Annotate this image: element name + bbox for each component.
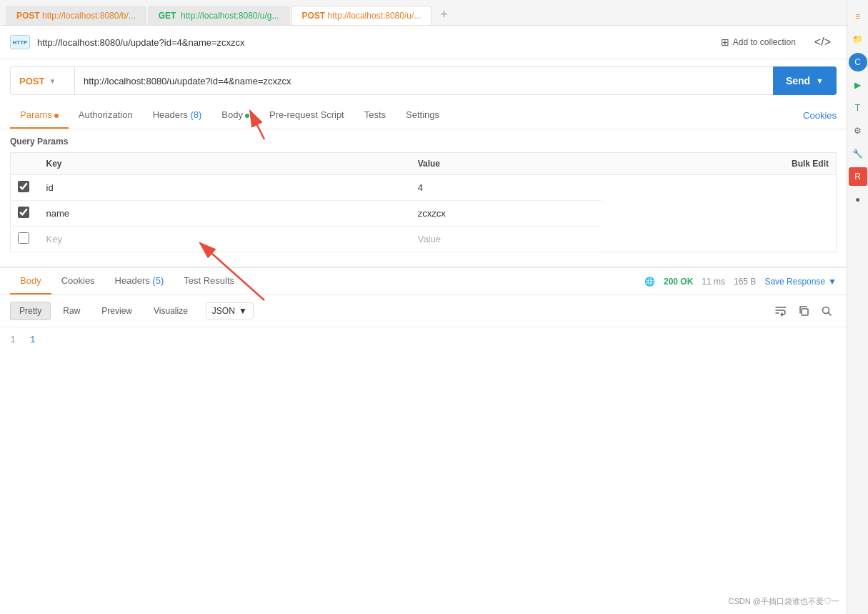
- method-label: POST: [19, 76, 44, 86]
- key-cell-placeholder[interactable]: Key: [39, 227, 411, 252]
- tab-body[interactable]: Body: [211, 102, 259, 129]
- request-tabs: Params Authorization Headers (8) Body Pr…: [0, 102, 847, 129]
- tab-authorization[interactable]: Authorization: [69, 102, 143, 129]
- format-chevron-icon: ▼: [239, 306, 247, 316]
- format-tab-pretty[interactable]: Pretty: [10, 302, 51, 320]
- save-response-button[interactable]: Save Response ▼: [764, 277, 837, 287]
- sidebar-icon-3[interactable]: C: [849, 53, 867, 71]
- response-status: 🌐 200 OK 11 ms 165 B Save Response ▼: [644, 277, 837, 287]
- right-sidebar: ≡ 📁 C ▶ T ⚙ 🔧 R ●: [847, 0, 868, 614]
- copy-icon[interactable]: [794, 301, 814, 321]
- url-bar: POST ▼ Send ▼: [0, 59, 847, 102]
- checkbox-cell-3[interactable]: [11, 227, 39, 252]
- search-icon[interactable]: [817, 301, 837, 321]
- sidebar-icon-4[interactable]: ▶: [849, 76, 867, 94]
- response-line-1: 1 1: [10, 335, 837, 345]
- params-dot: [54, 114, 59, 118]
- value-cell-1[interactable]: 4: [411, 175, 602, 201]
- resp-tab-test-results[interactable]: Test Results: [174, 268, 244, 294]
- method-chevron-icon: ▼: [49, 77, 56, 85]
- checkbox-cell-1[interactable]: [11, 175, 39, 201]
- watermark: CSDN @手插口袋谁也不爱♡一: [729, 596, 839, 607]
- tab-pre-request-script[interactable]: Pre-request Script: [259, 102, 354, 129]
- tab-post-2[interactable]: POST http://localhost:8080/u/...: [291, 6, 432, 25]
- param-checkbox-1[interactable]: [18, 181, 29, 192]
- code-icon: </>: [814, 36, 831, 48]
- sidebar-icon-2[interactable]: 📁: [849, 30, 867, 49]
- sidebar-icon-7[interactable]: 🔧: [849, 144, 867, 163]
- save-response-chevron-icon: ▼: [828, 277, 837, 287]
- param-checkbox-3[interactable]: [18, 232, 29, 244]
- col-bulk-edit[interactable]: Bulk Edit: [602, 153, 837, 175]
- col-checkbox: [11, 153, 39, 175]
- sidebar-icon-5[interactable]: T: [849, 99, 867, 117]
- wrap-icon[interactable]: [771, 301, 791, 321]
- send-button[interactable]: Send ▼: [773, 66, 837, 95]
- sidebar-icon-9[interactable]: ●: [849, 190, 867, 209]
- format-select-value: JSON: [212, 306, 235, 316]
- value-cell-placeholder[interactable]: Value: [411, 227, 602, 252]
- tab-post-1[interactable]: POST http://localhost:8080/b/...: [6, 6, 146, 25]
- globe-icon: 🌐: [644, 277, 655, 287]
- cookies-link[interactable]: Cookies: [803, 110, 837, 121]
- add-to-collection-button[interactable]: ⊞ Add to collection: [715, 34, 802, 51]
- response-body: 1 1: [0, 327, 847, 385]
- tab-tests[interactable]: Tests: [354, 102, 396, 129]
- body-dot: [245, 114, 249, 118]
- tab-settings[interactable]: Settings: [396, 102, 449, 129]
- tab-params[interactable]: Params: [10, 102, 69, 129]
- line-number-1: 1: [10, 335, 16, 345]
- add-to-collection-label: Add to collection: [733, 37, 796, 47]
- method-select[interactable]: POST ▼: [10, 66, 74, 95]
- response-icons: [771, 301, 837, 321]
- table-row: Key Value: [11, 227, 837, 252]
- new-tab-btn[interactable]: +: [433, 4, 455, 25]
- table-row: id 4: [11, 175, 837, 201]
- request-title-bar: HTTP http://localhost:8080/u/update?id=4…: [0, 26, 847, 59]
- table-row: name zcxzcx: [11, 201, 837, 227]
- format-tab-visualize[interactable]: Visualize: [144, 302, 197, 320]
- response-size: 165 B: [734, 277, 756, 287]
- response-time: 11 ms: [702, 277, 725, 287]
- response-format-bar: Pretty Raw Preview Visualize JSON ▼: [0, 295, 847, 327]
- http-icon: HTTP: [10, 35, 30, 49]
- query-params-title: Query Params: [10, 137, 837, 147]
- main-content: POST http://localhost:8080/b/... GET htt…: [0, 0, 847, 385]
- send-label: Send: [786, 75, 810, 86]
- query-params-section: Query Params Key Value Bulk Edit: [0, 129, 847, 259]
- value-cell-2[interactable]: zcxzcx: [411, 201, 602, 227]
- status-code: 200 OK: [664, 277, 693, 287]
- resp-tab-headers[interactable]: Headers (5): [105, 268, 174, 294]
- request-title-url: http://localhost:8080/u/update?id=4&name…: [37, 37, 708, 48]
- sidebar-icon-6[interactable]: ⚙: [849, 122, 867, 140]
- line-content-1: 1: [30, 335, 36, 345]
- param-checkbox-2[interactable]: [18, 207, 29, 218]
- top-tabs-bar: POST http://localhost:8080/b/... GET htt…: [0, 0, 847, 26]
- collection-icon: ⊞: [721, 36, 729, 48]
- svg-rect-0: [802, 309, 808, 315]
- col-key: Key: [39, 153, 411, 175]
- format-tab-preview[interactable]: Preview: [92, 302, 141, 320]
- http-label: HTTP: [13, 39, 28, 46]
- key-cell-1[interactable]: id: [39, 175, 411, 201]
- checkbox-cell-2[interactable]: [11, 201, 39, 227]
- send-chevron-icon: ▼: [816, 76, 824, 85]
- sidebar-icon-1[interactable]: ≡: [849, 7, 867, 26]
- url-input[interactable]: [74, 66, 773, 95]
- sidebar-icon-8[interactable]: R: [849, 167, 867, 186]
- tab-get-1[interactable]: GET http://localhost:8080/u/g...: [148, 6, 290, 25]
- col-value: Value: [411, 153, 602, 175]
- params-table: Key Value Bulk Edit id 4: [10, 152, 837, 252]
- response-tabs: Body Cookies Headers (5) Test Results 🌐 …: [0, 268, 847, 295]
- format-tab-raw[interactable]: Raw: [54, 302, 89, 320]
- resp-tab-cookies[interactable]: Cookies: [51, 268, 105, 294]
- resp-tab-body[interactable]: Body: [10, 268, 51, 294]
- code-button[interactable]: </>: [809, 33, 837, 51]
- response-section: Body Cookies Headers (5) Test Results 🌐 …: [0, 267, 847, 385]
- save-response-label: Save Response: [764, 277, 825, 287]
- format-select[interactable]: JSON ▼: [206, 302, 254, 320]
- tab-headers[interactable]: Headers (8): [143, 102, 212, 129]
- key-cell-2[interactable]: name: [39, 201, 411, 227]
